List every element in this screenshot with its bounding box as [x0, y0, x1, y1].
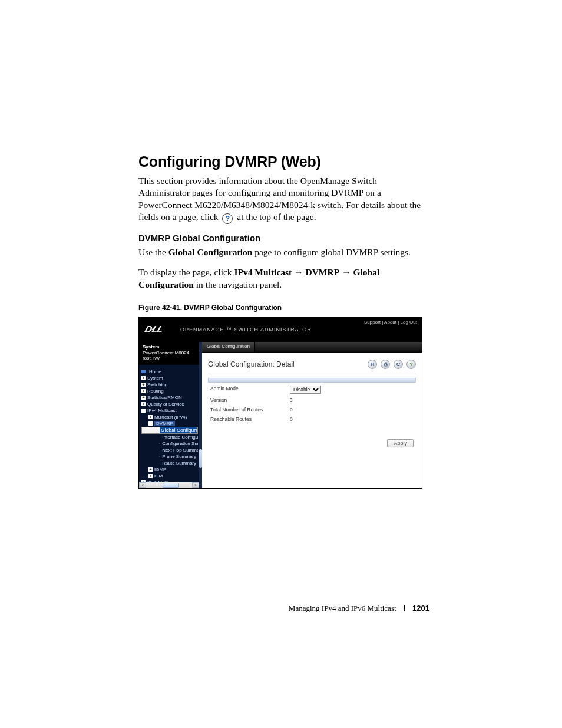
intro-paragraph: This section provides information about … — [138, 175, 429, 223]
refresh-icon[interactable]: C — [394, 360, 403, 369]
save-icon[interactable]: H — [368, 360, 377, 369]
version-value: 3 — [290, 397, 414, 403]
header-links[interactable]: Support | About | Log Out — [364, 319, 417, 325]
version-label: Version — [210, 397, 290, 403]
tab-global-config[interactable]: Global Configuration — [202, 342, 255, 352]
footer-section: Managing IPv4 and IPv6 Multicast — [289, 604, 396, 612]
nav-path-1: IPv4 Multicast — [234, 267, 292, 277]
field-admin-mode: Admin Mode Disable — [208, 384, 416, 396]
sys-user: root, r/w — [143, 355, 197, 361]
footer-divider — [404, 605, 405, 611]
detail-header: Global Configuration: Detail H ⎙ C ? — [208, 360, 416, 373]
sub-p1-bold: Global Configuration — [168, 247, 253, 257]
toolbar-icons: H ⎙ C ? — [368, 360, 416, 369]
nav-ipv4-multicast[interactable]: -IPv4 Multicast — [141, 407, 198, 414]
nav-qos[interactable]: +Quality of Service — [141, 401, 198, 407]
nav-pim[interactable]: +PIM — [141, 473, 198, 479]
sub-p2-e: in the navigation panel. — [194, 279, 282, 289]
nav-multicast-ipv4[interactable]: +Multicast (IPv4) — [141, 414, 198, 420]
sub-paragraph-2: To display the page, click IPv4 Multicas… — [138, 266, 429, 291]
page-number: 1201 — [412, 604, 429, 612]
help-icon[interactable]: ? — [406, 360, 416, 369]
admin-mode-label: Admin Mode — [210, 386, 290, 394]
scroll-right-icon[interactable]: > — [192, 482, 199, 488]
tab-bar: Global Configuration — [202, 342, 422, 353]
nav-sidebar: System PowerConnect M8024 root, r/w Home… — [139, 342, 199, 488]
nav-igmp[interactable]: +IGMP — [141, 466, 198, 473]
nav-tree: Home +System +Switching +Routing +Statis… — [139, 365, 199, 488]
figure-caption: Figure 42-41. DVMRP Global Configuration — [138, 304, 429, 312]
app-header: D∕LL OPENMANAGE ™ SWITCH ADMINISTRATOR S… — [139, 317, 422, 342]
reachable-routes-label: Reachable Routes — [210, 416, 290, 422]
subheading: DVMRP Global Configuration — [138, 233, 429, 243]
nav-dvmrp[interactable]: -DVMRP — [141, 420, 198, 427]
nav-interface-config[interactable]: ·Interface Configurat — [141, 434, 198, 440]
reachable-routes-value: 0 — [290, 416, 414, 422]
expand-icon[interactable]: + — [148, 415, 153, 419]
scroll-track[interactable] — [146, 482, 192, 488]
sub-p1-c: page to configure global DVMRP settings. — [252, 247, 411, 257]
nav-route-summary[interactable]: ·Route Summary — [141, 460, 198, 466]
sub-p2-a: To display the page, click — [138, 267, 234, 277]
expand-icon[interactable]: + — [141, 376, 146, 380]
sub-p1-a: Use the — [138, 247, 168, 257]
nav-system[interactable]: +System — [141, 375, 198, 381]
page-heading: Configuring DVMRP (Web) — [138, 153, 429, 170]
arrow-icon: → — [342, 267, 351, 277]
app-title: OPENMANAGE ™ SWITCH ADMINISTRATOR — [180, 327, 312, 332]
intro-text-2: at the top of the page. — [237, 212, 316, 222]
nav-path-2: DVMRP — [305, 267, 339, 277]
nav-config-summary[interactable]: ·Configuration Summ — [141, 440, 198, 447]
print-icon[interactable]: ⎙ — [381, 360, 390, 369]
sub-paragraph-1: Use the Global Configuration page to con… — [138, 246, 429, 258]
expand-icon[interactable]: + — [141, 389, 146, 393]
home-icon — [141, 370, 146, 373]
nav-prune-summary[interactable]: ·Prune Summary — [141, 453, 198, 460]
expand-icon[interactable]: + — [148, 474, 153, 478]
total-routes-value: 0 — [290, 407, 414, 413]
section-divider — [208, 378, 416, 383]
arrow-icon: → — [294, 267, 303, 277]
nav-next-hop[interactable]: ·Next Hop Summary — [141, 447, 198, 453]
horizontal-scrollbar[interactable]: < > — [139, 482, 199, 488]
sys-label: System — [143, 344, 159, 350]
expand-icon[interactable]: + — [148, 467, 153, 472]
scroll-left-icon[interactable]: < — [139, 482, 146, 488]
system-info-block: System PowerConnect M8024 root, r/w — [139, 342, 199, 365]
nav-switching[interactable]: +Switching — [141, 381, 198, 388]
sys-model: PowerConnect M8024 — [143, 350, 197, 356]
nav-home[interactable]: Home — [141, 368, 198, 375]
expand-icon[interactable]: + — [141, 383, 146, 387]
page-footer: Managing IPv4 and IPv6 Multicast 1201 — [0, 604, 562, 613]
total-routes-label: Total Number of Routes — [210, 407, 290, 413]
collapse-icon[interactable]: - — [148, 421, 153, 426]
nav-stats[interactable]: +Statistics/RMON — [141, 394, 198, 401]
apply-button[interactable]: Apply — [387, 439, 414, 447]
figure-screenshot: D∕LL OPENMANAGE ™ SWITCH ADMINISTRATOR S… — [138, 317, 422, 489]
nav-routing[interactable]: +Routing — [141, 388, 198, 394]
admin-mode-select[interactable]: Disable — [290, 386, 321, 394]
expand-icon[interactable]: + — [141, 396, 146, 400]
nav-global-config[interactable]: Global Configura — [141, 427, 198, 434]
help-icon: ? — [222, 213, 233, 224]
scroll-thumb[interactable] — [163, 483, 179, 488]
field-version: Version 3 — [208, 396, 416, 405]
dell-logo: D∕LL — [139, 324, 180, 335]
detail-title: Global Configuration: Detail — [208, 360, 295, 368]
field-reachable-routes: Reachable Routes 0 — [208, 414, 416, 424]
expand-icon[interactable]: + — [141, 402, 146, 406]
collapse-icon[interactable]: - — [141, 409, 146, 413]
content-pane: Global Configuration Global Configuratio… — [202, 342, 422, 488]
field-total-routes: Total Number of Routes 0 — [208, 405, 416, 414]
